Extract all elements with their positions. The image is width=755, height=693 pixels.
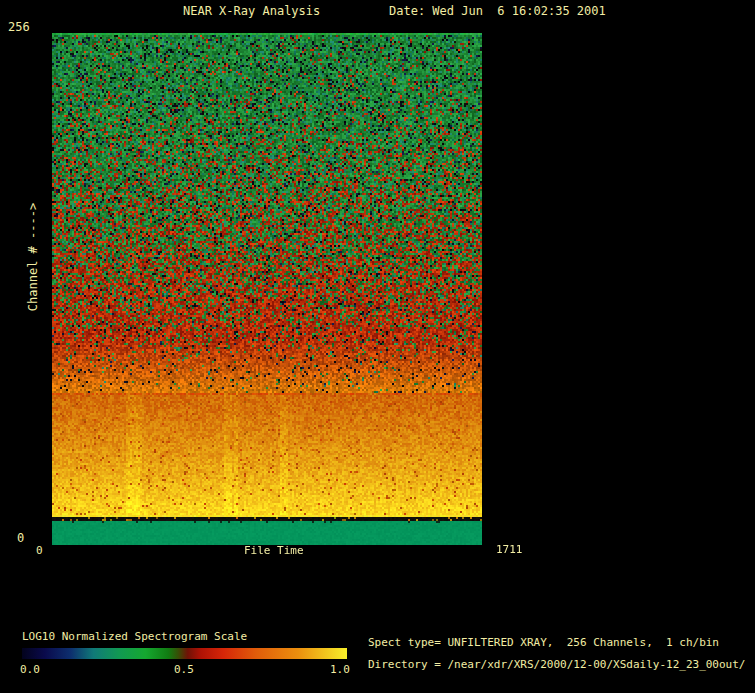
app-window: NEAR X-Ray Analysis Date: Wed Jun 6 16:0… [0, 0, 755, 693]
spect-type-label: Spect type= UNFILTERED XRAY, 256 Channel… [368, 636, 719, 649]
directory-label: Directory = /near/xdr/XRS/2000/12-00/XSd… [368, 658, 746, 671]
x-axis-max-label: 1711 [496, 543, 523, 557]
y-axis-max-label: 256 [8, 20, 30, 34]
colorbar-title: LOG10 Normalized Spectrogram Scale [22, 630, 247, 643]
colorbar-tick-0: 0.0 [20, 663, 40, 676]
date-label: Date: Wed Jun 6 16:02:35 2001 [389, 4, 606, 18]
y-axis-min-label: 0 [17, 531, 24, 545]
x-axis-min-label: 0 [36, 544, 43, 558]
colorbar-tick-1: 1.0 [330, 663, 350, 676]
colorbar-tick-0.5: 0.5 [174, 663, 194, 676]
colorbar-gradient [22, 648, 347, 659]
y-axis-title: Channel # ----> [26, 202, 42, 312]
x-axis-title: File Time [244, 544, 304, 558]
spectrogram-plot [52, 33, 482, 545]
page-title: NEAR X-Ray Analysis [183, 4, 320, 18]
